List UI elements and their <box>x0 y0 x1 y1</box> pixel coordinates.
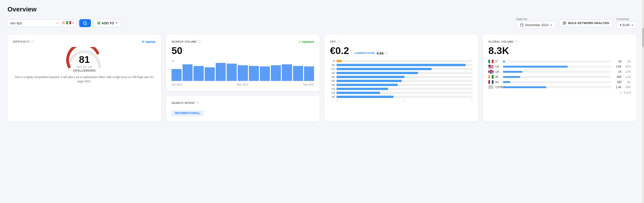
page-container: Overview × G ▾ <box>0 0 644 127</box>
cpc-bar-track <box>336 64 472 66</box>
volume-bar <box>182 64 192 81</box>
country-code: IN <box>496 75 501 79</box>
difficulty-label: DIFFICULTY <box>13 40 30 43</box>
volume-bar <box>260 66 270 81</box>
volume-bar <box>293 66 303 81</box>
intent-info-icon[interactable]: ⓘ <box>196 101 199 105</box>
gauge-number: 81 <box>76 55 92 65</box>
volume-chart: 60 Jan 2023 May 2023 Sep 2023 <box>172 60 314 86</box>
svg-rect-13 <box>492 60 494 63</box>
global-row: IT501% <box>488 60 631 63</box>
currency-value: € EUR <box>620 23 630 27</box>
global-bar-track <box>503 76 611 78</box>
global-pct: 11% <box>624 75 631 79</box>
flag-svg <box>488 60 494 63</box>
updated-badge: ✓ Updated <box>298 40 314 44</box>
bulk-keyword-button[interactable]: BULK KEYWORD ANALYSIS <box>559 20 612 27</box>
competition-value: 0.04 <box>377 51 384 55</box>
search-input[interactable] <box>10 21 54 25</box>
data-for-group: Data for: November 2023 ▾ <box>516 17 556 29</box>
competition-info-icon[interactable]: ⓘ <box>384 51 388 55</box>
volume-bar <box>194 66 204 81</box>
country-code: UK <box>496 70 501 73</box>
bulk-label: BULK KEYWORD ANALYSIS <box>568 21 609 25</box>
volume-label-group: SEARCH VOLUME ⓘ <box>172 40 201 44</box>
scrollbar-track[interactable] <box>642 0 644 203</box>
update-label: Update <box>145 40 156 44</box>
x-label-sep: Sep 2023 <box>303 83 314 86</box>
global-count: 2.4K <box>613 86 622 89</box>
global-pct: 12% <box>624 70 631 73</box>
cpc-bar-row: SE <box>330 95 472 98</box>
svg-rect-11 <box>488 60 490 63</box>
cpc-bar-fill <box>336 76 404 78</box>
currency-group: Currency: € EUR ▾ <box>616 17 636 29</box>
cpc-bar-country: ES <box>330 91 335 94</box>
difficulty-info-icon[interactable]: ⓘ <box>31 40 34 44</box>
difficulty-header: DIFFICULTY ⓘ ↻ Update <box>13 40 156 44</box>
volume-bar <box>282 64 292 81</box>
cpc-bar-track <box>336 88 472 90</box>
google-logo: G ▾ <box>60 21 74 25</box>
scrollbar-thumb[interactable] <box>642 28 644 47</box>
global-label-group: GLOBAL VOLUME ⓘ <box>488 40 518 44</box>
cpc-header: CPC ⓘ <box>330 40 472 44</box>
country-flag <box>488 65 494 68</box>
cpc-bar-fill <box>336 96 394 98</box>
volume-bar <box>271 65 281 81</box>
search-button[interactable] <box>79 19 91 27</box>
svg-rect-33 <box>492 80 494 84</box>
volume-info-icon[interactable]: ⓘ <box>198 40 201 44</box>
global-info-icon[interactable]: ⓘ <box>514 40 518 44</box>
cpc-bar-fill <box>336 92 380 94</box>
update-refresh-icon: ↻ <box>142 40 144 44</box>
x-label-jan: Jan 2023 <box>172 83 182 86</box>
cpc-bar-fill <box>336 60 342 62</box>
flag-svg <box>488 85 494 89</box>
cpc-bar-fill <box>336 64 466 66</box>
global-bar-fill <box>503 86 546 88</box>
volume-label: SEARCH VOLUME <box>172 40 197 43</box>
global-pct: 43% <box>624 65 631 68</box>
cpc-bar-fill <box>336 84 398 86</box>
flag-svg <box>488 80 494 84</box>
cpc-x-1: 1 <box>336 99 338 102</box>
global-rows: IT501%US3.6K43%UK1K12%IN88011%NL3905%OTH… <box>488 60 631 89</box>
cpc-bar-fill <box>336 80 402 82</box>
cpc-bar-country: NO <box>330 80 335 82</box>
country-code: NL <box>496 80 501 84</box>
calendar-icon <box>520 23 524 27</box>
svg-rect-2 <box>520 24 523 27</box>
cpc-bar-country: CH <box>330 68 335 70</box>
cpc-bar-country: HK <box>330 84 335 86</box>
global-row: UK1K12% <box>488 70 631 73</box>
svg-rect-29 <box>490 75 492 79</box>
country-flag <box>488 70 494 73</box>
intent-badge: INFORMATIONAL <box>172 110 204 116</box>
cpc-bar-track <box>336 68 472 70</box>
add-to-label: ADD TO <box>102 21 114 25</box>
cpc-bar-row: NL <box>330 64 472 66</box>
country-dropdown-icon[interactable]: ▾ <box>72 22 74 25</box>
add-to-button[interactable]: ⊞ ADD TO ▾ <box>94 19 121 27</box>
gauge-container: 81 OUT OF 100 <box>13 47 156 68</box>
difficulty-update-button[interactable]: ↻ Update <box>142 40 156 44</box>
currency-label: Currency: <box>616 17 636 21</box>
date-picker-button[interactable]: November 2023 ▾ <box>516 21 556 29</box>
clear-icon[interactable]: × <box>56 21 58 25</box>
cpc-x-2: 2 <box>404 99 405 102</box>
cpc-label: CPC <box>330 40 336 43</box>
currency-chevron-icon: ▾ <box>632 24 633 27</box>
svg-rect-20 <box>488 67 494 67</box>
currency-button[interactable]: € EUR ▾ <box>616 21 636 29</box>
cpc-info-icon[interactable]: ⓘ <box>337 40 340 44</box>
global-bar-fill <box>503 76 520 78</box>
search-volume-card: SEARCH VOLUME ⓘ ✓ Updated 50 60 Jan 2023… <box>166 34 320 91</box>
global-pagination: 1 - 6 of 6 <box>488 91 631 94</box>
flag-svg <box>488 70 494 73</box>
x-label-may: May 2023 <box>237 83 248 86</box>
gauge-out-of: OUT OF 100 <box>76 66 92 68</box>
difficulty-card: DIFFICULTY ⓘ ↻ Update 81 OUT OF 100 <box>8 34 161 121</box>
cpc-bar-track <box>336 60 472 62</box>
bulk-icon <box>563 21 566 25</box>
